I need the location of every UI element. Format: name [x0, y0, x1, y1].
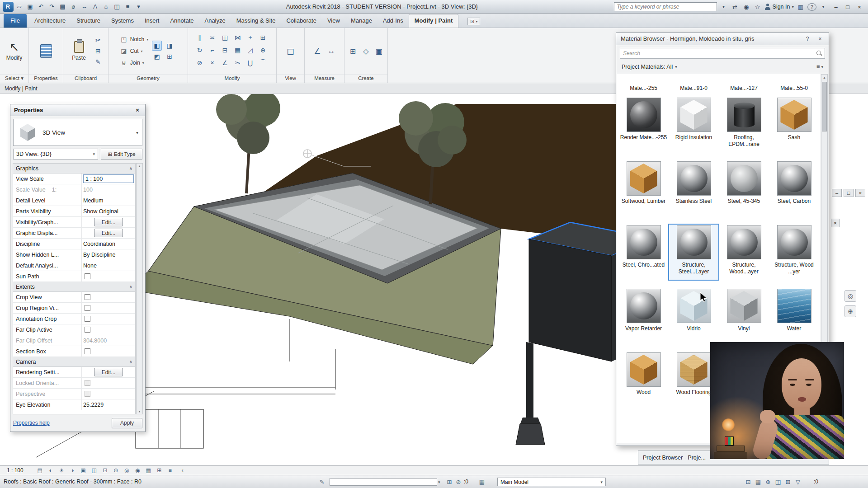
visual-style-icon[interactable]: ◐ [47, 467, 55, 474]
child-restore-button[interactable]: □ [844, 189, 854, 197]
move-icon[interactable]: + [245, 33, 255, 42]
infocenter-search-input[interactable] [614, 2, 717, 11]
ribbon-tab[interactable]: Architecture [29, 14, 71, 28]
select-panel-label[interactable]: Select ▾ [0, 74, 28, 83]
property-value[interactable]: Coordination Coordination [82, 239, 135, 249]
select-by-face-icon[interactable]: ◫ [774, 478, 783, 486]
material-item[interactable]: Water [769, 288, 819, 344]
detail-level-icon[interactable]: ▤ [36, 467, 44, 474]
favorites-icon[interactable]: ☆ [753, 2, 762, 12]
section-header[interactable]: Camera ∧ [13, 357, 135, 367]
communication-center-icon[interactable]: ◉ [742, 2, 751, 12]
worksharing-display-icon[interactable]: ≡ [166, 467, 175, 474]
scale-icon[interactable]: ◿ [245, 45, 255, 55]
design-options-select[interactable]: Main Model ▾ [497, 478, 606, 486]
unlocked-3d-view-icon[interactable]: ⊙ [112, 467, 120, 474]
property-checkbox[interactable] [85, 391, 90, 397]
property-value[interactable] [82, 346, 135, 357]
unpin-icon[interactable]: ⊘ [195, 58, 205, 68]
property-value[interactable] [82, 324, 135, 335]
modify-button[interactable]: ↖ Modify [3, 40, 26, 62]
property-edit-button[interactable]: Edit... [94, 218, 123, 226]
select-links-icon[interactable]: ⊡ [744, 478, 753, 486]
collapse-chevron-icon[interactable]: ∧ [129, 359, 132, 364]
show-crop-region-icon[interactable]: ⊡ [101, 467, 109, 474]
ribbon-tab[interactable]: View [322, 14, 345, 28]
apply-button[interactable]: Apply [112, 418, 142, 428]
scroll-down-icon[interactable]: ▼ [138, 410, 141, 413]
copy-to-clipboard-icon[interactable]: ⊞ [93, 46, 103, 56]
material-browser-titlebar[interactable]: Material Browser - Hormigón, Moldeado in… [616, 33, 829, 45]
property-value[interactable] [82, 314, 135, 324]
measure-icon[interactable]: ⌀ [69, 2, 79, 12]
material-item[interactable]: Steel, 45-345 [719, 160, 769, 216]
material-item[interactable]: Vidrio [669, 288, 719, 344]
scrollbar-thumb[interactable] [822, 82, 827, 131]
ribbon-tab[interactable]: Massing & Site [231, 14, 281, 28]
create-group-icon[interactable]: ⊞ [347, 45, 359, 57]
temporary-hide-isolate-icon[interactable]: ◎ [123, 467, 131, 474]
help-dropdown-icon[interactable]: ▾ [819, 2, 828, 12]
property-edit-button[interactable]: Edit... [94, 368, 123, 376]
measure-between-references-icon[interactable]: ∠ [311, 45, 324, 57]
select-underlay-icon[interactable]: ▦ [754, 478, 763, 486]
app-store-cart-icon[interactable]: ▥ [796, 2, 805, 12]
exclude-options-icon[interactable]: ⊘ [454, 478, 463, 486]
shadows-icon[interactable]: ◑ [68, 467, 77, 474]
material-item[interactable]: Steel, Carbon [769, 160, 819, 216]
property-value[interactable]: None None [82, 260, 135, 271]
material-item[interactable]: Wood [618, 352, 669, 408]
property-value-text[interactable]: None [83, 263, 97, 269]
collapse-chevron-icon[interactable]: ∧ [129, 166, 132, 171]
temporary-view-properties-icon[interactable]: ▦ [144, 467, 153, 474]
property-value-text[interactable]: 100 [83, 187, 93, 193]
trim-extend-icon[interactable]: ⌐ [208, 45, 217, 55]
array-icon[interactable]: ▦ [233, 45, 243, 55]
join-button[interactable]: ⊎ Join ▾ [120, 58, 148, 68]
property-checkbox[interactable] [85, 380, 90, 386]
material-item[interactable]: Rigid insulation [669, 97, 719, 153]
help-icon[interactable]: ? [807, 3, 816, 11]
ribbon-tab[interactable]: Annotate [165, 14, 199, 28]
split-element-icon[interactable]: ⊟ [220, 45, 230, 55]
material-item[interactable]: Sash [769, 97, 819, 153]
material-item[interactable]: Steel, Chro...ated [618, 224, 669, 280]
property-checkbox[interactable] [85, 294, 90, 300]
property-value[interactable]: Medium Medium [82, 195, 135, 206]
view-list-icon[interactable]: ≡ [816, 63, 820, 70]
property-value-text[interactable]: Coordination [83, 241, 115, 247]
materials-filter-dropdown[interactable]: Project Materials: All [622, 64, 673, 70]
material-label[interactable]: Mate...55-0 [769, 85, 819, 91]
filter-icon[interactable]: ▽ [793, 478, 802, 486]
property-value[interactable] [82, 378, 135, 388]
customize-qat-icon[interactable]: ▾ [134, 2, 144, 12]
ribbon-tab[interactable]: Manage [345, 14, 377, 28]
property-edit-button[interactable]: Edit... [94, 229, 123, 237]
material-item[interactable]: Roofing, EPDM...rane [719, 97, 769, 153]
undo-icon[interactable]: ↶ [36, 2, 46, 12]
ribbon-tab[interactable]: Systems [106, 14, 139, 28]
property-value-text[interactable]: By Discipline [83, 252, 116, 258]
property-value[interactable] [82, 389, 135, 399]
ribbon-tab[interactable]: Insert [139, 14, 165, 28]
property-value-text[interactable]: 25.2229 [83, 402, 104, 408]
print-icon[interactable]: ▤ [58, 2, 68, 12]
property-value[interactable]: 25.2229 25.2229 [82, 399, 135, 410]
property-value-text[interactable]: Medium [83, 197, 103, 204]
view-options-dropdown-icon[interactable]: ▾ [821, 65, 823, 69]
child-minimize-button[interactable]: – [832, 189, 842, 197]
ribbon-tab[interactable]: Add-Ins [377, 14, 409, 28]
offset-icon[interactable]: ≍ [208, 33, 217, 42]
material-item[interactable]: Vapor Retarder [618, 288, 669, 344]
property-value[interactable]: Show Original Show Original [82, 206, 135, 216]
material-item[interactable]: Stainless Steel [669, 160, 719, 216]
reveal-hidden-elements-icon[interactable]: ◉ [133, 467, 142, 474]
property-checkbox[interactable] [85, 348, 90, 354]
property-checkbox[interactable] [85, 316, 90, 322]
select-pinned-icon[interactable]: ⊕ [764, 478, 773, 486]
properties-scrollbar[interactable]: ▲ ▼ [136, 163, 143, 414]
property-checkbox[interactable] [85, 327, 90, 333]
sign-in-button[interactable]: Sign In ▾ [764, 4, 794, 10]
material-label[interactable]: Mate...-255 [618, 85, 669, 91]
ribbon-tab[interactable]: File [4, 14, 27, 28]
